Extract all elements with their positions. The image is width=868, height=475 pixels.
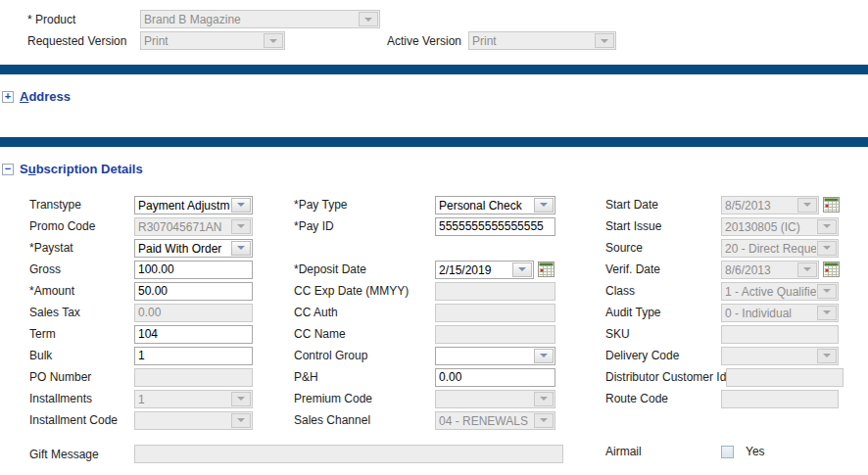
- distributor-customer-id-input: [726, 368, 844, 387]
- chevron-down-icon[interactable]: [512, 262, 532, 277]
- airmail-yes-label: Yes: [746, 445, 765, 458]
- chevron-down-icon: [231, 219, 251, 234]
- cc-auth-label: CC Auth: [294, 306, 435, 319]
- sku-label: SKU: [605, 327, 721, 341]
- po-number-input: [134, 368, 253, 387]
- field-row: Bulk: [29, 345, 257, 366]
- delivery-code-select: [721, 347, 839, 365]
- pay-type-value: Personal Check: [436, 197, 533, 214]
- start-issue-select: 20130805 (IC): [721, 217, 839, 236]
- cc-auth-input: [435, 304, 555, 322]
- amount-input[interactable]: [134, 282, 253, 301]
- deposit-date-label: *Deposit Date: [294, 262, 435, 276]
- control-group-label: Control Group: [294, 349, 435, 362]
- installment-code-value: [135, 412, 230, 429]
- address-section-header[interactable]: + Address: [2, 89, 71, 104]
- subscription-title-accesskey: u: [28, 162, 36, 176]
- term-input[interactable]: [134, 325, 253, 344]
- form-column-1: Transtype Payment Adjustment Promo Code …: [29, 194, 257, 431]
- chevron-down-icon: [817, 241, 837, 256]
- field-row: Route Code: [605, 388, 862, 409]
- paystat-select[interactable]: Paid With Order: [134, 239, 253, 258]
- sales-channel-label: Sales Channel: [294, 413, 435, 427]
- field-row: Verif. Date 8/6/2013: [605, 259, 862, 280]
- route-code-label: Route Code: [605, 392, 721, 405]
- field-row: Gross: [29, 259, 257, 280]
- cc-name-input: [435, 325, 555, 344]
- field-row: Control Group: [294, 345, 560, 366]
- chevron-down-icon: [817, 284, 837, 299]
- cc-name-label: CC Name: [294, 327, 435, 341]
- field-row: CC Name: [294, 323, 560, 345]
- source-select: 20 - Direct Request: [721, 239, 839, 258]
- bulk-input[interactable]: [134, 347, 253, 365]
- pay-id-input[interactable]: [435, 217, 555, 236]
- field-row: Installment Code: [29, 409, 257, 431]
- gift-message-input: [134, 445, 563, 463]
- verif-date-label: Verif. Date: [605, 262, 721, 276]
- chevron-down-icon: [817, 349, 837, 363]
- gross-input[interactable]: [134, 261, 253, 279]
- field-row: PO Number: [29, 366, 257, 388]
- amount-label: *Amount: [29, 284, 134, 298]
- pay-type-select[interactable]: Personal Check: [435, 196, 555, 214]
- premium-code-label: Premium Code: [294, 392, 435, 405]
- address-section-title[interactable]: Address: [20, 89, 71, 104]
- chevron-down-icon: [595, 33, 614, 48]
- collapse-minus-icon[interactable]: −: [2, 164, 14, 175]
- field-row: Premium Code: [294, 388, 560, 409]
- field-row: Delivery Code: [605, 345, 862, 366]
- sales-tax-label: Sales Tax: [29, 306, 134, 319]
- section-divider-bar: [0, 137, 868, 147]
- calendar-icon[interactable]: [823, 197, 840, 213]
- product-label: * Product: [27, 13, 75, 26]
- class-label: Class: [605, 284, 721, 298]
- po-number-label: PO Number: [29, 370, 134, 384]
- start-date-value: 8/5/2013: [722, 197, 796, 214]
- field-row: SKU: [605, 323, 862, 345]
- field-row: Transtype Payment Adjustment: [29, 194, 257, 215]
- field-row: Gift Message: [29, 445, 563, 463]
- field-row: *Deposit Date 2/15/2019: [294, 259, 560, 280]
- expand-plus-icon[interactable]: +: [2, 91, 14, 103]
- route-code-input: [721, 390, 839, 408]
- transtype-select[interactable]: Payment Adjustment: [134, 196, 253, 214]
- start-issue-value: 20130805 (IC): [722, 218, 816, 235]
- chevron-down-icon: [817, 219, 837, 234]
- chevron-down-icon[interactable]: [534, 349, 554, 363]
- active-version-label: Active Version: [387, 34, 461, 48]
- airmail-checkbox[interactable]: [721, 446, 734, 458]
- deposit-date-select[interactable]: 2/15/2019: [435, 261, 534, 279]
- field-row: Audit Type 0 - Individual: [605, 302, 862, 323]
- chevron-down-icon[interactable]: [534, 198, 554, 213]
- airmail-label: Airmail: [605, 445, 721, 458]
- promo-code-select: R307045671AN: [134, 217, 253, 236]
- verif-date-select: 8/6/2013: [721, 261, 819, 279]
- premium-code-value: [436, 391, 533, 407]
- sales-channel-value: 04 - RENEWALS: [436, 412, 533, 429]
- delivery-code-value: [722, 348, 816, 364]
- gross-label: Gross: [29, 262, 134, 276]
- field-row: Installments 1: [29, 388, 257, 409]
- start-date-label: Start Date: [605, 198, 721, 212]
- requested-version-value: Print: [141, 32, 263, 49]
- chevron-down-icon[interactable]: [231, 241, 251, 256]
- control-group-select[interactable]: [435, 347, 555, 365]
- calendar-icon[interactable]: [823, 261, 840, 277]
- chevron-down-icon[interactable]: [231, 198, 251, 213]
- subscription-details-section-title[interactable]: Subscription Details: [20, 162, 143, 176]
- active-version-select: Print: [468, 31, 616, 50]
- transtype-value: Payment Adjustment: [135, 197, 230, 214]
- field-row: Term: [29, 323, 257, 345]
- bulk-label: Bulk: [29, 349, 134, 362]
- subscription-details-section-header[interactable]: − Subscription Details: [2, 162, 143, 176]
- installments-select: 1: [134, 390, 253, 408]
- subscription-title-pre: S: [20, 162, 28, 176]
- field-row: *Paystat Paid With Order: [29, 237, 257, 259]
- ph-input[interactable]: [435, 368, 555, 387]
- start-date-select: 8/5/2013: [721, 196, 819, 214]
- calendar-icon[interactable]: [538, 261, 555, 277]
- installments-label: Installments: [29, 392, 134, 405]
- address-title-rest: ddress: [28, 89, 71, 104]
- verif-date-value: 8/6/2013: [722, 261, 796, 278]
